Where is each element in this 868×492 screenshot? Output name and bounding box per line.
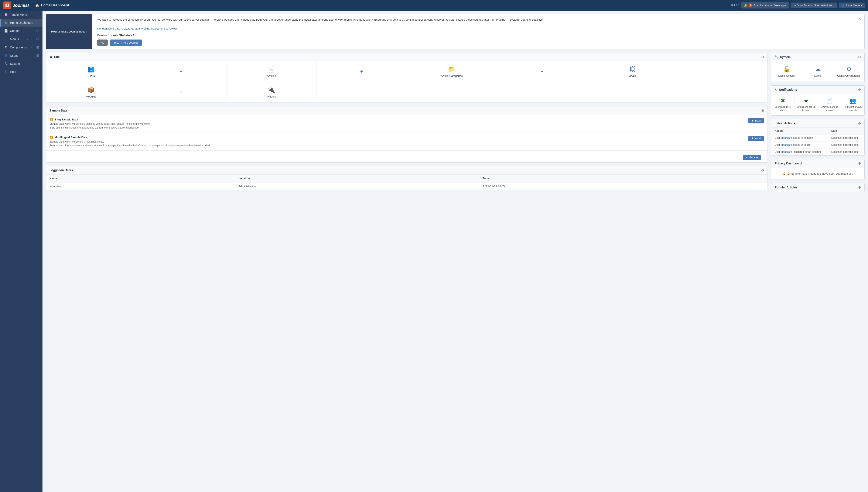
actions-table-head: Action Date: [771, 128, 864, 134]
col-date: Date: [480, 175, 768, 182]
add-categories-button[interactable]: +: [497, 62, 587, 82]
latest-actions-title: Latest Actions: [775, 122, 795, 125]
popular-articles-gear[interactable]: ⚙: [858, 186, 861, 190]
add-components-icon[interactable]: ⊞: [36, 45, 39, 49]
article-categories-item-label: Article Categories: [441, 74, 463, 77]
action-row: User amajulam registered for an account …: [771, 148, 864, 155]
notif-joomla-label: Joomla is up to date.: [773, 105, 793, 112]
install-multilingual-button[interactable]: ⬇ Install: [748, 136, 764, 141]
user-menu-button[interactable]: 👤 User Menu ▾: [839, 3, 865, 8]
table-row: amajulam Administration 2022-12-21 10:35: [46, 182, 768, 190]
add-modules-button[interactable]: +: [137, 82, 227, 103]
chevron-right-icon: ›: [27, 54, 27, 57]
site-item-users[interactable]: 👥 Users: [46, 62, 137, 82]
privacy-dashboard-gear[interactable]: ⚙: [858, 162, 861, 166]
version-label: ⌘4.2.6: [731, 4, 739, 7]
notif-extensions-label: Extensions are up to date.: [796, 105, 816, 112]
date-col: Date: [828, 128, 865, 134]
notice-banner: Help us make Joomla! better! We want to …: [46, 14, 865, 49]
notif-privacy[interactable]: 👥 No urgent privacy requests.: [841, 94, 865, 115]
system-item-global-configuration[interactable]: ⚙ Global Configuration: [834, 62, 864, 82]
sidebar-item-home-dashboard[interactable]: ⌂ Home Dashboard: [0, 19, 43, 27]
action-row: User amajulam logged in to site Less tha…: [771, 141, 864, 148]
add-menu-icon[interactable]: ⊞: [36, 37, 39, 41]
add-content-icon[interactable]: ⊞: [36, 29, 39, 33]
action-cell: User amajulam logged in to admin: [771, 134, 828, 142]
site-item-media[interactable]: 🖼 Media: [587, 62, 677, 82]
sidebar-item-content[interactable]: 📄 Content › ⊞: [0, 27, 43, 35]
site-panel-gear[interactable]: ⚙: [761, 55, 764, 59]
logged-in-users-title: Logged-in Users: [49, 169, 73, 172]
logo-text: Joomla!: [13, 3, 29, 8]
site-item-plugins[interactable]: 🔌 Plugins: [226, 82, 317, 103]
privacy-dashboard-panel: Privacy Dashboard ⚙ 🔒 🔒 No Information R…: [771, 159, 865, 180]
logged-in-table-container: Name Location Date amajulam Administrati…: [46, 175, 768, 190]
latest-actions-gear[interactable]: ⚙: [858, 121, 861, 125]
logged-in-users-gear[interactable]: ⚙: [761, 168, 764, 172]
home-dashboard-icon: ⌂: [4, 21, 8, 24]
sidebar-item-menus[interactable]: ☰ Menus › ⊞: [0, 35, 43, 43]
action-user-link[interactable]: amajulam: [781, 137, 792, 139]
articles-item-label: Articles: [267, 74, 276, 77]
notif-joomla-uptodate[interactable]: ✖ Joomla is up to date.: [771, 94, 795, 115]
notifications-panel-gear[interactable]: ⚙: [858, 88, 861, 92]
notif-overrides-uptodate[interactable]: 📄 Overrides are up to date.: [818, 94, 841, 115]
system-panel-header: 🔧 System ⚙: [771, 53, 864, 62]
sidebar-item-system[interactable]: 🔧 System: [0, 60, 43, 68]
table-header-row: Name Location Date: [46, 175, 768, 182]
articles-item-icon: 📄: [268, 66, 275, 73]
menus-icon: ☰: [4, 37, 8, 41]
notification-badge: 2: [749, 3, 752, 7]
sample-data-panel: Sample Data ⚙ 📶 Blog Sample Data Sample …: [46, 106, 768, 163]
notifications-refresh-icon: ↻: [775, 88, 777, 91]
no-button[interactable]: No: [97, 40, 108, 46]
notifications-button[interactable]: 🔔 2 Post Installation Messages: [741, 2, 789, 8]
sidebar-item-label: Menus: [10, 38, 19, 41]
site-item-article-categories[interactable]: 📁 Article Categories: [407, 62, 497, 82]
sidebar-item-components[interactable]: ⚙ Components › ⊞: [0, 43, 43, 51]
action-date-cell: Less than a minute ago.: [828, 141, 865, 148]
action-user-link-2[interactable]: amajulam: [781, 143, 792, 146]
notice-banner-left: Help us make Joomla! better!: [46, 14, 92, 49]
notifications-grid: ✖ Joomla is up to date. ★ Extensions are…: [771, 94, 864, 115]
system-item-global-checkin[interactable]: 🔓 Global Checkin: [771, 62, 802, 82]
logged-in-table-head: Name Location Date: [46, 175, 768, 182]
site-item-modules[interactable]: 📦 Modules: [46, 82, 137, 103]
cache-icon: ☁: [815, 66, 821, 73]
system-panel-gear[interactable]: ⚙: [858, 55, 861, 59]
hosting-button[interactable]: ↗ Your Joomla! Site hosted wit...: [791, 3, 837, 8]
close-notice-button[interactable]: ✕: [858, 16, 862, 21]
user-link[interactable]: amajulam: [49, 184, 61, 188]
site-panel-header: 🖥 Site ⚙: [46, 53, 768, 62]
users-item-label: Users: [88, 74, 95, 77]
action-cell: User amajulam logged in to site: [771, 141, 828, 148]
sidebar-item-users[interactable]: 👤 Users › ⊞: [0, 51, 43, 60]
logo[interactable]: Joomla!: [3, 1, 29, 9]
action-user-link-3[interactable]: amajulam: [781, 150, 792, 153]
global-configuration-label: Global Configuration: [837, 74, 860, 77]
site-item-articles[interactable]: 📄 Articles: [226, 62, 317, 82]
system-item-cache[interactable]: ☁ Cache: [802, 62, 834, 82]
install-blog-button[interactable]: ⬇ Install: [748, 118, 764, 123]
notifications-panel-header: ↻ Notifications ⚙: [771, 85, 864, 94]
article-categories-item-icon: 📁: [448, 66, 455, 73]
user-name-cell: amajulam: [46, 182, 235, 190]
media-item-label: Media: [628, 74, 636, 77]
content-icon: 📄: [4, 29, 8, 33]
sample-data-gear[interactable]: ⚙: [761, 108, 764, 113]
yes-button[interactable]: Yes, I'll help Joomla!: [110, 40, 142, 46]
add-articles-button[interactable]: +: [317, 62, 407, 82]
sidebar-item-help[interactable]: ℹ Help: [0, 68, 43, 76]
notif-extensions-uptodate[interactable]: ★ Extensions are up to date.: [795, 94, 818, 115]
add-users-button[interactable]: +: [137, 62, 227, 82]
add-users-icon[interactable]: ⊞: [36, 53, 39, 57]
system-items-grid: 🔓 Global Checkin ☁ Cache ⚙ Global Config…: [771, 62, 864, 82]
notice-link[interactable]: No identifying data is captured at any p…: [97, 27, 177, 30]
sidebar-item-label: Content: [10, 29, 20, 32]
action-date-cell: Less than a minute ago.: [828, 134, 865, 142]
topbar: Joomla! 🏠 Home Dashboard ⌘4.2.6 🔔 2 Post…: [0, 0, 868, 10]
sample-data-title: Sample Data: [49, 109, 67, 112]
manage-button[interactable]: ≡ Manage: [743, 155, 761, 160]
sidebar-item-toggle-menu[interactable]: ☰ Toggle Menu: [0, 10, 43, 19]
popular-articles-panel: Popular Articles ⚙: [771, 183, 865, 192]
